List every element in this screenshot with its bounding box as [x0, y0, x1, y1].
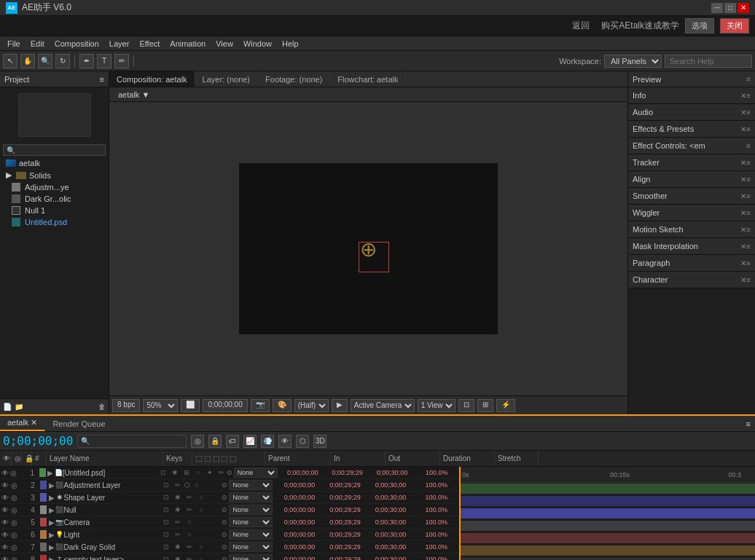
- switch-4[interactable]: ○: [196, 554, 206, 560]
- tool-pen[interactable]: ✒: [79, 54, 94, 68]
- info-close[interactable]: ✕: [740, 92, 746, 100]
- tool-hand[interactable]: ✋: [20, 54, 35, 68]
- paragraph-close[interactable]: ✕: [740, 259, 746, 267]
- project-panel-close[interactable]: ≡: [100, 75, 104, 84]
- layer-expand[interactable]: ▶: [48, 481, 55, 489]
- layer-solo[interactable]: ◎: [9, 518, 18, 527]
- timeline-menu[interactable]: ≡: [742, 419, 755, 428]
- switch-4[interactable]: ○: [196, 505, 206, 515]
- menu-edit[interactable]: Edit: [26, 38, 49, 50]
- switch-1[interactable]: ⊡: [161, 542, 171, 552]
- motion-sketch-header[interactable]: Motion Sketch ✕ ≡: [628, 221, 755, 237]
- layer-expand[interactable]: ▶: [48, 531, 55, 539]
- layer-expand[interactable]: ▶: [47, 469, 55, 477]
- layer-eye[interactable]: 👁: [0, 556, 9, 561]
- layer-solo[interactable]: ◎: [9, 494, 18, 502]
- parent-select[interactable]: None: [229, 492, 273, 502]
- options-button[interactable]: 选项: [685, 18, 714, 33]
- return-link[interactable]: 返回: [572, 20, 590, 32]
- layer-expand[interactable]: ▶: [48, 543, 55, 551]
- project-search-input[interactable]: [3, 144, 106, 156]
- smoother-section-header[interactable]: Smoother ✕ ≡: [628, 188, 755, 204]
- list-item[interactable]: ▶ Solids: [0, 169, 109, 181]
- character-close[interactable]: ✕: [740, 276, 746, 284]
- parent-select[interactable]: None: [229, 529, 273, 540]
- mask-interp-close[interactable]: ✕: [740, 242, 746, 251]
- layer-expand[interactable]: ▶: [48, 518, 55, 527]
- layer-row[interactable]: 👁 ◎ 2 ▶ ⬛ Adjustment Layer ⊡ ✏ ⬡ ○ ⊙ Non…: [0, 479, 459, 492]
- switch-pencil[interactable]: ✏: [216, 468, 227, 478]
- switch-4[interactable]: ○: [196, 542, 206, 552]
- camera-select[interactable]: Active Camera: [351, 399, 415, 412]
- switch-4[interactable]: ○: [192, 480, 202, 490]
- switch-pencil[interactable]: ✏: [184, 492, 195, 502]
- switch-2[interactable]: ✱: [173, 492, 183, 502]
- layer-expand[interactable]: ▶: [48, 556, 55, 561]
- tool-zoom[interactable]: 🔍: [38, 54, 52, 68]
- switch-pencil[interactable]: ✏: [184, 542, 195, 552]
- tool-rotate[interactable]: ↻: [55, 54, 70, 68]
- character-menu[interactable]: ≡: [746, 276, 751, 284]
- mask-interp-header[interactable]: Mask Interpolation ✕ ≡: [628, 238, 755, 254]
- tab-footage[interactable]: Footage: (none): [258, 71, 330, 87]
- workspace-select[interactable]: All Panels: [604, 55, 662, 68]
- audio-menu[interactable]: ≡: [746, 109, 751, 117]
- tl-label-btn[interactable]: 🏷: [226, 435, 239, 448]
- layer-solo[interactable]: ◎: [9, 543, 18, 551]
- paragraph-header[interactable]: Paragraph ✕ ≡: [628, 255, 755, 271]
- switch-2[interactable]: ✱: [170, 468, 180, 478]
- switch-pencil[interactable]: ✏: [184, 554, 195, 560]
- smoother-close[interactable]: ✕: [740, 192, 746, 200]
- tab-layer[interactable]: Layer: (none): [195, 71, 258, 87]
- wiggler-close[interactable]: ✕: [740, 209, 746, 217]
- timeline-search-input[interactable]: [77, 435, 187, 448]
- search-input[interactable]: [665, 55, 752, 68]
- quality-select[interactable]: (Half) (Full): [294, 399, 329, 412]
- smoother-menu[interactable]: ≡: [746, 192, 751, 200]
- switch-pencil[interactable]: ✏: [173, 480, 183, 490]
- switch-4[interactable]: ○: [184, 517, 195, 527]
- tl-3d-btn[interactable]: 3D: [313, 435, 326, 448]
- layer-row[interactable]: 👁 ◎ 1 ▶ 📄 [Untitled.psd] ⊡ ✱ ⊞ ○ ✦ ✏: [0, 467, 459, 479]
- tab-composition[interactable]: Composition: aetalk: [109, 71, 195, 87]
- render-btn[interactable]: ▶: [332, 399, 348, 412]
- close-window-button[interactable]: ✕: [738, 3, 749, 13]
- switch-2[interactable]: ✱: [173, 554, 183, 560]
- switch-5[interactable]: ✦: [205, 468, 215, 478]
- timecode-display[interactable]: 0;00;00;00: [3, 434, 73, 448]
- layer-row[interactable]: 👁 ◎ 8 ▶ T <empty text layer> ⊡ ✱ ✏ ○ ⊙ N…: [0, 553, 459, 560]
- list-item[interactable]: Untitled.psd: [0, 216, 109, 228]
- list-item[interactable]: Adjustm...ye: [0, 181, 109, 193]
- switch-1[interactable]: ⊡: [161, 529, 171, 540]
- audio-close[interactable]: ✕: [740, 109, 746, 117]
- tracker-section-header[interactable]: Tracker ✕ ≡: [628, 154, 755, 170]
- parent-select[interactable]: None: [229, 517, 273, 527]
- list-item[interactable]: aetalk: [0, 157, 109, 169]
- parent-select[interactable]: None: [229, 480, 273, 490]
- layer-solo[interactable]: ◎: [9, 469, 17, 477]
- tl-graph-btn[interactable]: 📈: [243, 435, 257, 448]
- switch-1[interactable]: ⊡: [161, 505, 171, 515]
- switch-1[interactable]: ⊡: [161, 492, 171, 502]
- tool-brush[interactable]: ✏: [114, 54, 129, 68]
- tl-lock-btn[interactable]: 🔒: [208, 435, 222, 448]
- buy-link[interactable]: 购买AEtalk速成教学: [601, 20, 679, 32]
- maximize-button[interactable]: □: [724, 3, 736, 13]
- switch-pencil[interactable]: ✏: [173, 529, 183, 540]
- parent-select[interactable]: None: [229, 554, 273, 560]
- view-select[interactable]: 1 View: [418, 399, 455, 412]
- switch-2[interactable]: ✱: [173, 542, 183, 552]
- color-btn[interactable]: 🎨: [273, 399, 292, 412]
- menu-file[interactable]: File: [3, 38, 25, 50]
- align-close[interactable]: ✕: [740, 176, 746, 184]
- tl-hide-btn[interactable]: 👁: [278, 435, 292, 448]
- layer-eye[interactable]: 👁: [0, 494, 9, 502]
- switch-1[interactable]: ⊡: [161, 554, 171, 560]
- layer-expand[interactable]: ▶: [48, 494, 55, 502]
- layer-solo[interactable]: ◎: [9, 506, 18, 514]
- menu-animation[interactable]: Animation: [165, 38, 210, 50]
- menu-window[interactable]: Window: [239, 38, 276, 50]
- layer-row[interactable]: 👁 ◎ 4 ▶ ⬛ Null ⊡ ✱ ✏ ○ ⊙ None: [0, 504, 459, 516]
- audio-section-header[interactable]: Audio ✕ ≡: [628, 104, 755, 120]
- comp-tab-aetalk[interactable]: aetalk ▼: [114, 90, 154, 99]
